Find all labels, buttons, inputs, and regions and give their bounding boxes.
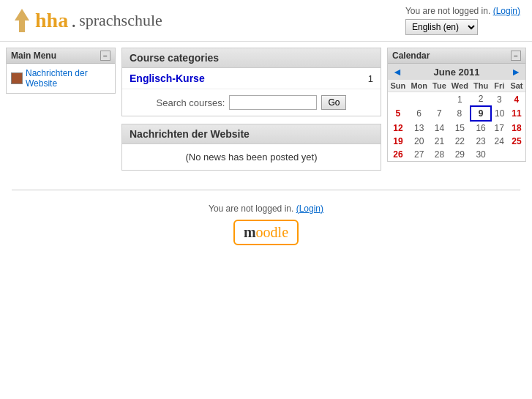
cal-day-4-1[interactable]: 27: [408, 148, 430, 161]
calendar-week-2: 12131415161718: [388, 121, 525, 135]
cal-day-2-6[interactable]: 18: [508, 121, 525, 135]
cal-day-2-1[interactable]: 13: [408, 121, 430, 135]
calendar-widget: Calendar − ◄ June 2011 ► Sun Mon Tue Wed: [387, 48, 526, 162]
news-box: Nachrichten der Website (No news has bee…: [121, 124, 381, 171]
cal-header-tue: Tue: [430, 80, 449, 92]
main-menu-collapse-btn[interactable]: −: [100, 51, 110, 61]
header-not-logged: You are not logged in. (Login): [405, 6, 520, 16]
logo: hha . sprachschule: [12, 7, 162, 34]
cal-day-3-3[interactable]: 22: [449, 135, 471, 148]
footer-not-logged-text: You are not logged in.: [209, 204, 293, 214]
cal-day-2-4[interactable]: 16: [471, 121, 490, 135]
not-logged-text: You are not logged in.: [405, 6, 490, 16]
cal-day-1-4[interactable]: 9: [471, 106, 490, 121]
calendar-month-nav: ◄ June 2011 ►: [388, 64, 525, 80]
main-menu-content: Nachrichten der Website: [7, 64, 115, 93]
calendar-header: Calendar −: [388, 48, 525, 64]
footer-login-link[interactable]: (Login): [296, 204, 323, 214]
moodle-rest: oodle: [256, 224, 288, 240]
cal-day-2-5[interactable]: 17: [491, 121, 508, 135]
cal-day-0-6[interactable]: 4: [508, 92, 525, 107]
calendar-collapse-btn[interactable]: −: [511, 51, 521, 61]
cal-header-wed: Wed: [449, 80, 471, 92]
cal-day-0-5[interactable]: 3: [491, 92, 508, 107]
logo-hha: hha: [35, 9, 68, 32]
main-menu-label: Main Menu: [11, 51, 56, 61]
cal-day-3-6[interactable]: 25: [508, 135, 525, 148]
calendar-week-0: 1234: [388, 92, 525, 107]
footer: You are not logged in. (Login) moodle: [0, 196, 532, 253]
calendar-prev-btn[interactable]: ◄: [392, 66, 402, 78]
cal-day-4-0[interactable]: 26: [388, 148, 408, 161]
sidebar: Main Menu − Nachrichten der Website: [6, 48, 116, 100]
main-menu-block: Main Menu − Nachrichten der Website: [6, 48, 116, 94]
cal-day-4-4[interactable]: 30: [471, 148, 490, 161]
cal-day-4-3[interactable]: 29: [449, 148, 471, 161]
englisch-kurse-count: 1: [368, 73, 373, 84]
cal-header-thu: Thu: [471, 80, 490, 92]
cal-day-4-5: [491, 148, 508, 161]
main-layout: Main Menu − Nachrichten der Website Cour…: [0, 42, 532, 184]
cal-day-1-1[interactable]: 6: [408, 106, 430, 121]
search-input[interactable]: [229, 95, 317, 110]
main-menu-header: Main Menu −: [7, 48, 115, 64]
nachrichten-icon: [11, 72, 23, 84]
cal-header-sun: Sun: [388, 80, 408, 92]
calendar-block: Calendar − ◄ June 2011 ► Sun Mon Tue Wed: [387, 48, 526, 168]
news-empty-text: (No news has been posted yet): [122, 144, 381, 170]
lang-selector-wrapper: English (en) Deutsch (de): [405, 19, 520, 35]
search-row: Search courses: Go: [122, 89, 381, 116]
cal-day-1-0[interactable]: 5: [388, 106, 408, 121]
calendar-next-btn[interactable]: ►: [511, 66, 521, 78]
sidebar-nachrichten-label: Nachrichten der Website: [26, 68, 110, 89]
cal-day-1-6[interactable]: 11: [508, 106, 525, 121]
calendar-month-title: June 2011: [402, 67, 511, 78]
search-go-button[interactable]: Go: [321, 95, 346, 110]
header: hha . sprachschule You are not logged in…: [0, 0, 532, 42]
logo-site-name: sprachschule: [79, 11, 162, 30]
news-header: Nachrichten der Website: [122, 124, 381, 144]
calendar-label: Calendar: [392, 51, 430, 61]
calendar-week-1: 567891011: [388, 106, 525, 121]
cal-header-sat: Sat: [508, 80, 525, 92]
cal-day-2-2[interactable]: 14: [430, 121, 449, 135]
cal-day-4-6: [508, 148, 525, 161]
lang-select[interactable]: English (en) Deutsch (de): [405, 19, 478, 35]
svg-marker-0: [15, 9, 29, 32]
header-login-link[interactable]: (Login): [493, 6, 520, 16]
calendar-table: Sun Mon Tue Wed Thu Fri Sat 123456789101…: [388, 80, 525, 161]
cal-day-1-3[interactable]: 8: [449, 106, 471, 121]
logo-dot: .: [71, 9, 76, 32]
cal-day-3-0[interactable]: 19: [388, 135, 408, 148]
cal-day-1-2[interactable]: 7: [430, 106, 449, 121]
moodle-logo: moodle: [233, 220, 299, 245]
cal-day-0-2: [430, 92, 449, 107]
cal-day-2-0[interactable]: 12: [388, 121, 408, 135]
footer-divider: [12, 190, 520, 190]
cal-day-3-1[interactable]: 20: [408, 135, 430, 148]
cal-day-0-0: [388, 92, 408, 107]
sidebar-item-nachrichten[interactable]: Nachrichten der Website: [11, 68, 110, 89]
cal-day-0-3[interactable]: 1: [449, 92, 471, 107]
cal-header-fri: Fri: [491, 80, 508, 92]
moodle-m: m: [244, 224, 256, 240]
englisch-kurse-link[interactable]: Englisch-Kurse: [130, 72, 205, 84]
search-label: Search courses:: [157, 97, 225, 108]
cal-day-0-4[interactable]: 2: [471, 92, 490, 107]
cal-day-0-1: [408, 92, 430, 107]
calendar-day-headers: Sun Mon Tue Wed Thu Fri Sat: [388, 80, 525, 92]
cal-header-mon: Mon: [408, 80, 430, 92]
center-content: Course categories Englisch-Kurse 1 Searc…: [121, 48, 381, 178]
calendar-week-3: 19202122232425: [388, 135, 525, 148]
calendar-body: ◄ June 2011 ► Sun Mon Tue Wed Thu Fri Sa: [388, 64, 525, 161]
cal-day-3-4[interactable]: 23: [471, 135, 490, 148]
logo-arrow-icon: [12, 7, 32, 34]
cal-day-3-2[interactable]: 21: [430, 135, 449, 148]
course-row-englisch: Englisch-Kurse 1: [122, 68, 381, 89]
calendar-week-4: 2627282930: [388, 148, 525, 161]
cal-day-3-5[interactable]: 24: [491, 135, 508, 148]
cal-day-1-5[interactable]: 10: [491, 106, 508, 121]
cal-day-4-2[interactable]: 28: [430, 148, 449, 161]
course-categories-header: Course categories: [122, 48, 381, 68]
cal-day-2-3[interactable]: 15: [449, 121, 471, 135]
